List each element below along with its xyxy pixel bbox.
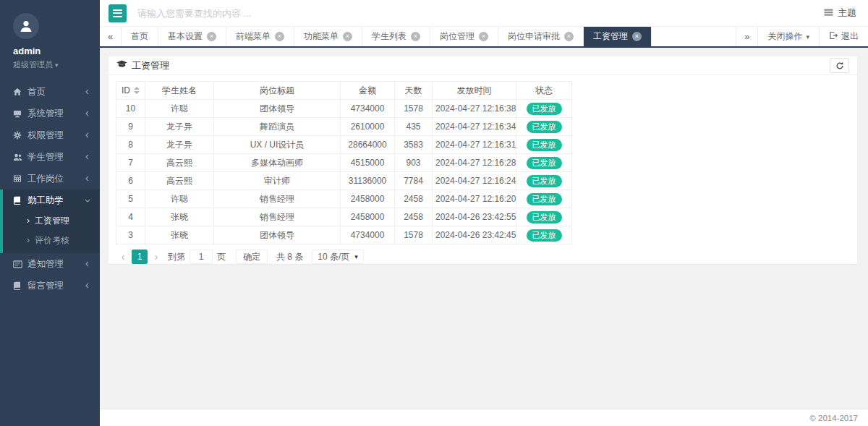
status-badge: 已发放 xyxy=(527,229,562,242)
page-size-select[interactable]: 10 条/页▾ xyxy=(312,250,364,264)
close-icon[interactable]: × xyxy=(479,32,488,41)
next-page-button[interactable]: › xyxy=(149,250,163,264)
chevron-down-icon: ▾ xyxy=(354,253,358,260)
column-header-status: 状态 xyxy=(516,82,572,100)
close-icon[interactable]: × xyxy=(632,32,642,41)
refresh-button[interactable] xyxy=(830,58,849,73)
tab-frontend-menu[interactable]: 前端菜单× xyxy=(226,27,294,46)
table-row: 9龙子异舞蹈演员26100004352024-04-27 12:16:34已发放 xyxy=(116,118,572,136)
sidebar-item-salary[interactable]: ›工资管理 xyxy=(3,211,100,231)
table-row: 8龙子异UX / UI设计员2866400035832024-04-27 12:… xyxy=(116,136,572,154)
status-badge: 已发放 xyxy=(527,157,562,169)
table-row: 3张晓团体领导473400015782024-04-26 23:42:45已发放 xyxy=(116,226,572,244)
close-icon[interactable]: × xyxy=(564,32,574,41)
app-window: admin 超级管理员▾ 首页 系统管理 权限管理 学生管理 xyxy=(0,0,868,426)
chevron-down-icon: ▾ xyxy=(806,33,809,41)
column-header-time: 发放时间 xyxy=(433,82,516,100)
sidebar-item-jobs[interactable]: 工作岗位 xyxy=(0,168,100,189)
prev-page-button[interactable]: ‹ xyxy=(116,250,130,264)
tab-basic-settings[interactable]: 基本设置× xyxy=(158,27,226,46)
sort-icon[interactable] xyxy=(134,87,140,94)
user-icon xyxy=(19,19,33,33)
topbar: 主题 xyxy=(100,0,868,27)
table-row: 6高云熙审计师3113600077842024-04-27 12:16:24已发… xyxy=(116,172,572,190)
close-icon[interactable]: × xyxy=(207,32,216,41)
column-header-job: 岗位标题 xyxy=(214,82,341,100)
close-icon[interactable]: × xyxy=(275,32,284,41)
scroll-left-icon: « xyxy=(108,31,113,42)
pagination: ‹ 1 › 到第 页 确定 共 8 条 10 条/页▾ xyxy=(116,250,850,264)
chevron-right-icon: › xyxy=(27,235,30,245)
sidebar-item-students[interactable]: 学生管理 xyxy=(0,146,100,168)
table-row: 10许聪团体领导473400015782024-04-27 12:16:38已发… xyxy=(116,100,572,118)
content-area: 工资管理 ID 学生姓名 岗位标题 金额 天数 xyxy=(100,48,868,409)
theme-button[interactable]: 主题 xyxy=(824,7,856,20)
tabbar-right-controls: » 关闭操作▾ 退出 xyxy=(736,27,868,46)
goto-confirm-button[interactable]: 确定 xyxy=(236,250,268,264)
current-page[interactable]: 1 xyxy=(132,250,148,264)
goto-label: 到第 xyxy=(168,251,185,263)
tab-function-menu[interactable]: 功能菜单× xyxy=(294,27,362,46)
column-header-days: 天数 xyxy=(395,82,433,100)
total-count-label: 共 8 条 xyxy=(276,251,303,263)
table-row: 5许聪销售经理245800024582024-04-27 12:16:20已发放 xyxy=(116,190,572,208)
panel-body: ID 学生姓名 岗位标题 金额 天数 发放时间 状态 10许聪团 xyxy=(109,75,857,270)
sidebar-item-system[interactable]: 系统管理 xyxy=(0,103,100,124)
message-icon xyxy=(12,281,22,290)
sidebar-item-evaluation[interactable]: ›评价考核 xyxy=(3,231,100,250)
menu-toggle-button[interactable] xyxy=(109,4,127,22)
tabs-scroll-right-button[interactable]: » xyxy=(736,27,757,46)
goto-page-input[interactable] xyxy=(190,250,213,264)
sidebar-item-message[interactable]: 留言管理 xyxy=(0,275,100,297)
user-role-dropdown[interactable]: 超级管理员▾ xyxy=(13,59,100,70)
tabs-scroll-left-button[interactable]: « xyxy=(100,27,122,46)
sidebar-item-permission[interactable]: 权限管理 xyxy=(0,124,100,146)
close-operations-dropdown[interactable]: 关闭操作▾ xyxy=(757,27,819,46)
sidebar-menu: 首页 系统管理 权限管理 学生管理 工作岗位 xyxy=(0,81,100,297)
chevron-left-icon xyxy=(85,154,90,160)
sign-out-icon xyxy=(829,31,838,42)
status-badge: 已发放 xyxy=(527,103,562,115)
salary-panel: 工资管理 ID 学生姓名 岗位标题 金额 天数 xyxy=(109,56,857,264)
table-header-row: ID 学生姓名 岗位标题 金额 天数 发放时间 状态 xyxy=(116,82,572,100)
close-icon[interactable]: × xyxy=(343,32,352,41)
copyright-text: © 2014-2017 xyxy=(809,414,858,422)
close-icon[interactable]: × xyxy=(411,32,420,41)
footer: © 2014-2017 xyxy=(100,409,868,426)
chevron-down-icon xyxy=(85,197,90,203)
tab-salary-management[interactable]: 工资管理× xyxy=(584,27,652,46)
book-icon xyxy=(12,196,22,205)
sidebar-item-notice[interactable]: 通知管理 xyxy=(0,253,100,275)
search-input[interactable] xyxy=(137,8,448,19)
home-icon xyxy=(12,88,22,96)
column-header-amount: 金额 xyxy=(341,82,395,100)
tab-bar: « 首页 基本设置× 前端菜单× 功能菜单× 学生列表× 岗位管理× 岗位申请审… xyxy=(100,27,868,48)
chevron-left-icon xyxy=(85,89,90,95)
table-row: 4张晓销售经理245800024582024-04-26 23:42:55已发放 xyxy=(116,208,572,226)
chevron-left-icon xyxy=(85,111,90,116)
column-header-id: ID xyxy=(116,82,145,100)
scroll-right-icon: » xyxy=(744,31,749,42)
sidebar-item-home[interactable]: 首页 xyxy=(0,81,100,103)
tab-home[interactable]: 首页 xyxy=(122,27,158,46)
tab-job-management[interactable]: 岗位管理× xyxy=(430,27,498,46)
sidebar: admin 超级管理员▾ 首页 系统管理 权限管理 学生管理 xyxy=(0,0,100,426)
status-badge: 已发放 xyxy=(527,139,562,151)
chevron-left-icon xyxy=(85,176,90,182)
chevron-right-icon: › xyxy=(27,216,30,226)
user-block: admin 超级管理员▾ xyxy=(0,0,100,70)
sidebar-item-work-study[interactable]: 勤工助学 xyxy=(3,189,100,211)
panel-header: 工资管理 xyxy=(109,56,857,75)
chevron-down-icon: ▾ xyxy=(55,61,59,69)
page-unit-label: 页 xyxy=(217,251,226,263)
chevron-left-icon: ‹ xyxy=(122,251,125,263)
tab-job-application-review[interactable]: 岗位申请审批× xyxy=(498,27,584,46)
chevron-left-icon xyxy=(85,283,90,289)
chevron-right-icon: › xyxy=(155,251,158,263)
tab-student-list[interactable]: 学生列表× xyxy=(362,27,430,46)
status-badge: 已发放 xyxy=(527,175,562,187)
desktop-icon xyxy=(12,109,22,118)
column-header-name: 学生姓名 xyxy=(145,82,214,100)
logout-button[interactable]: 退出 xyxy=(819,27,868,46)
graduation-cap-icon xyxy=(116,60,127,71)
